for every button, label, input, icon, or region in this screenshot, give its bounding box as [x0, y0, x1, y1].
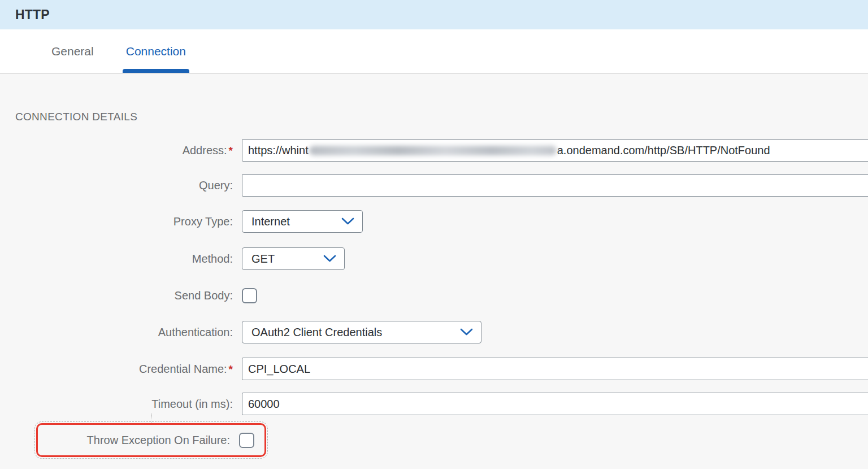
active-tab-indicator	[123, 69, 189, 73]
timeout-input[interactable]	[242, 393, 868, 415]
credential-name-row: Credential Name:*	[0, 358, 868, 380]
method-row: Method: GET	[0, 247, 868, 270]
credential-name-input[interactable]	[242, 358, 868, 380]
throw-exception-row: Throw Exception On Failure:	[0, 423, 868, 457]
proxy-type-label: Proxy Type:	[0, 215, 233, 228]
send-body-row: Send Body:	[0, 288, 868, 303]
query-input[interactable]	[242, 174, 868, 197]
tab-connection[interactable]: Connection	[123, 29, 189, 73]
query-label: Query:	[0, 179, 233, 192]
connection-tab-content: CONNECTION DETAILS Address:* https://whi…	[0, 74, 868, 469]
tab-bar: General Connection	[0, 29, 868, 74]
tab-general[interactable]: General	[48, 29, 97, 73]
chevron-down-icon	[323, 255, 336, 263]
section-title: CONNECTION DETAILS	[0, 74, 868, 123]
method-value: GET	[251, 253, 275, 266]
chevron-down-icon	[341, 217, 354, 225]
credential-name-label: Credential Name:*	[0, 363, 233, 376]
method-label: Method:	[0, 253, 233, 266]
send-body-label: Send Body:	[0, 289, 233, 302]
authentication-row: Authentication: OAuth2 Client Credential…	[0, 321, 868, 343]
annotation-connector-line	[151, 414, 151, 423]
proxy-type-row: Proxy Type: Internet	[0, 210, 868, 233]
authentication-label: Authentication:	[0, 326, 233, 339]
query-row: Query:	[0, 174, 868, 197]
send-body-checkbox[interactable]	[242, 288, 257, 303]
authentication-select[interactable]: OAuth2 Client Credentials	[242, 321, 481, 343]
throw-exception-checkbox[interactable]	[239, 433, 254, 448]
connection-form: Address:* https://whint a.ondemand.com/h…	[0, 139, 868, 457]
address-value-suffix: a.ondemand.com/http/SB/HTTP/NotFound	[557, 144, 770, 157]
address-redacted-segment	[309, 146, 557, 155]
annotation-highlight-box: Throw Exception On Failure:	[36, 423, 266, 457]
address-value-prefix: https://whint	[248, 144, 309, 157]
proxy-type-select[interactable]: Internet	[242, 210, 363, 233]
tab-connection-label: Connection	[126, 45, 186, 58]
proxy-type-value: Internet	[251, 215, 290, 228]
address-label: Address:*	[0, 144, 233, 157]
panel-header: HTTP	[0, 0, 868, 29]
timeout-label: Timeout (in ms):	[0, 398, 233, 411]
required-marker: *	[229, 145, 233, 156]
address-input[interactable]: https://whint a.ondemand.com/http/SB/HTT…	[242, 139, 868, 162]
tab-general-label: General	[51, 45, 94, 58]
throw-exception-label: Throw Exception On Failure:	[38, 434, 230, 447]
panel-title: HTTP	[15, 7, 50, 23]
timeout-row: Timeout (in ms):	[0, 393, 868, 415]
required-marker: *	[229, 363, 233, 375]
chevron-down-icon	[460, 328, 473, 336]
address-row: Address:* https://whint a.ondemand.com/h…	[0, 139, 868, 162]
method-select[interactable]: GET	[242, 247, 345, 270]
authentication-value: OAuth2 Client Credentials	[251, 326, 382, 339]
